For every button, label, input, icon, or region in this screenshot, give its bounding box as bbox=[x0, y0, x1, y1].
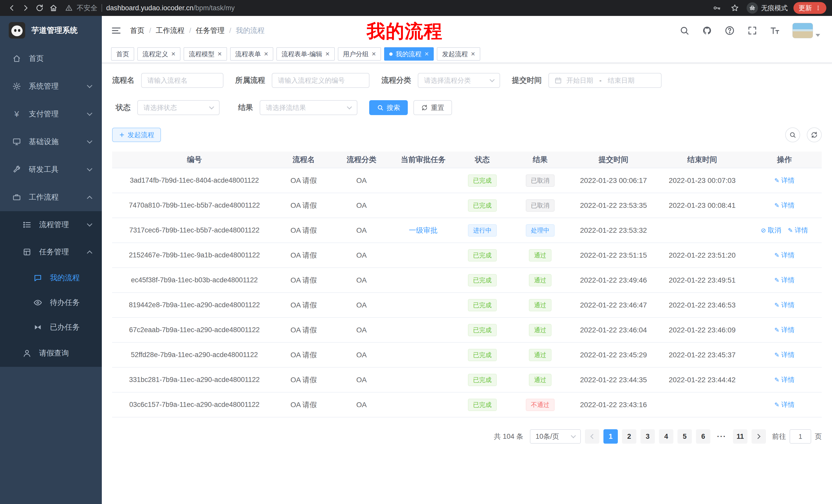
search-button[interactable]: 搜索 bbox=[369, 100, 408, 115]
detail-action-link[interactable]: ✎详情 bbox=[774, 301, 795, 310]
breadcrumb-workflow[interactable]: 工作流程 bbox=[156, 26, 185, 35]
tab-用户分组[interactable]: 用户分组 × bbox=[338, 47, 381, 61]
tab-流程定义[interactable]: 流程定义 × bbox=[137, 47, 181, 61]
fullscreen-icon[interactable] bbox=[747, 25, 757, 36]
close-icon[interactable]: × bbox=[217, 50, 222, 58]
create-process-button[interactable]: 发起流程 bbox=[112, 128, 161, 142]
tab-发起流程[interactable]: 发起流程 × bbox=[437, 47, 480, 61]
page-button-5[interactable]: 5 bbox=[677, 429, 692, 444]
process-category: OA bbox=[331, 268, 392, 292]
detail-action-link[interactable]: ✎详情 bbox=[774, 400, 795, 409]
next-page-button[interactable] bbox=[752, 429, 766, 444]
incognito-label: 无痕模式 bbox=[761, 4, 788, 12]
page-button-11[interactable]: 11 bbox=[733, 429, 747, 444]
sidebar-item-label: 首页 bbox=[29, 53, 44, 64]
detail-action-link[interactable]: ✎详情 bbox=[774, 201, 795, 210]
reload-icon[interactable] bbox=[33, 2, 46, 14]
submit-time: 2022-01-23 00:06:17 bbox=[570, 168, 657, 193]
page-size-select[interactable]: 10条/页 bbox=[530, 429, 581, 444]
sidebar-item-devtools[interactable]: 研发工具 bbox=[0, 156, 102, 184]
sidebar-item-infrastructure[interactable]: 基础设施 bbox=[0, 128, 102, 156]
update-button[interactable]: 更新 bbox=[794, 2, 826, 14]
sidebar-item-home[interactable]: 首页 bbox=[0, 45, 102, 73]
tab-首页[interactable]: 首页 bbox=[111, 47, 134, 61]
tab-我的流程[interactable]: 我的流程 × bbox=[384, 47, 434, 61]
end-time: 2022-01-22 23:49:51 bbox=[657, 268, 747, 292]
page-button-6[interactable]: 6 bbox=[696, 429, 710, 444]
help-icon[interactable] bbox=[725, 25, 735, 36]
sidebar-item-leave-query[interactable]: 请假查询 bbox=[0, 340, 102, 367]
sidebar-item-done-tasks[interactable]: 已办任务 bbox=[0, 315, 102, 340]
tab-流程模型[interactable]: 流程模型 × bbox=[184, 47, 227, 61]
page-button-1[interactable]: 1 bbox=[603, 429, 618, 444]
sidebar-toggle-icon[interactable] bbox=[111, 25, 121, 36]
sidebar-item-label: 工作流程 bbox=[29, 192, 59, 202]
result-badge: 已取消 bbox=[526, 199, 554, 212]
home-icon[interactable] bbox=[47, 2, 60, 14]
submit-time-range-picker[interactable]: 开始日期 - 结束日期 bbox=[548, 73, 661, 88]
sidebar-item-todo-tasks[interactable]: 待办任务 bbox=[0, 290, 102, 315]
process-name-input-wrap bbox=[141, 73, 224, 88]
detail-action-link[interactable]: ✎详情 bbox=[774, 276, 795, 285]
search-icon[interactable] bbox=[679, 25, 690, 36]
incognito-badge: 无痕模式 bbox=[747, 2, 788, 13]
close-icon[interactable]: × bbox=[171, 50, 175, 58]
page-ellipsis[interactable]: ··· bbox=[714, 429, 729, 444]
page-button-4[interactable]: 4 bbox=[659, 429, 673, 444]
forward-icon[interactable] bbox=[20, 2, 32, 14]
result-select[interactable]: 请选择流结果 bbox=[260, 100, 357, 115]
reset-button[interactable]: 重置 bbox=[413, 100, 452, 115]
breadcrumb-task[interactable]: 任务管理 bbox=[196, 26, 225, 35]
sidebar-item-workflow[interactable]: 工作流程 bbox=[0, 184, 102, 211]
page-button-2[interactable]: 2 bbox=[622, 429, 636, 444]
detail-action-link[interactable]: ✎详情 bbox=[774, 251, 795, 260]
tab-流程表单-编辑[interactable]: 流程表单-编辑 × bbox=[277, 47, 335, 61]
detail-action-link[interactable]: ✎详情 bbox=[774, 326, 795, 334]
goto-page-input[interactable] bbox=[789, 429, 811, 444]
cancel-action-link[interactable]: ⊘取消 bbox=[761, 226, 781, 235]
process-name: OA 请假 bbox=[277, 168, 331, 193]
edit-icon: ✎ bbox=[774, 376, 779, 384]
close-icon[interactable]: × bbox=[471, 50, 475, 58]
detail-action-link[interactable]: ✎详情 bbox=[788, 226, 808, 235]
sidebar-item-my-process[interactable]: 我的流程 bbox=[0, 265, 102, 290]
detail-action-link[interactable]: ✎详情 bbox=[774, 351, 795, 359]
detail-action-link[interactable]: ✎详情 bbox=[774, 176, 795, 185]
back-icon[interactable] bbox=[6, 2, 18, 14]
key-icon[interactable] bbox=[711, 2, 723, 14]
sidebar-item-task-management[interactable]: 任务管理 bbox=[0, 239, 102, 265]
user-menu[interactable] bbox=[792, 23, 820, 38]
breadcrumb-home[interactable]: 首页 bbox=[130, 26, 145, 35]
end-time: 2022-01-22 23:46:09 bbox=[657, 317, 747, 342]
sidebar-item-system[interactable]: 系统管理 bbox=[0, 73, 102, 100]
close-icon[interactable]: × bbox=[372, 50, 376, 58]
edit-icon: ✎ bbox=[774, 277, 779, 284]
annotation-text: 我的流程 bbox=[367, 19, 443, 44]
process-name-input[interactable] bbox=[147, 77, 217, 85]
close-icon[interactable]: × bbox=[325, 50, 329, 58]
table-row: 3ad174fb-7b9d-11ec-8404-acde48001122 OA … bbox=[112, 168, 822, 193]
tab-label: 流程模型 bbox=[189, 50, 214, 58]
yen-icon: ¥ bbox=[12, 109, 22, 119]
status-select[interactable]: 请选择状态 bbox=[137, 100, 219, 115]
current-task-link[interactable]: 一级审批 bbox=[409, 226, 438, 234]
close-icon[interactable]: × bbox=[424, 50, 428, 58]
process-id: 331bc281-7b9a-11ec-a290-acde48001122 bbox=[112, 367, 277, 392]
tab-流程表单[interactable]: 流程表单 × bbox=[230, 47, 273, 61]
sidebar-item-payment[interactable]: ¥ 支付管理 bbox=[0, 100, 102, 128]
prev-page-button[interactable] bbox=[585, 429, 599, 444]
close-icon[interactable]: × bbox=[264, 50, 268, 58]
app-logo[interactable]: 芋道管理系统 bbox=[0, 16, 102, 45]
toggle-search-button[interactable] bbox=[785, 128, 800, 142]
font-size-icon[interactable] bbox=[770, 25, 780, 36]
detail-action-link[interactable]: ✎详情 bbox=[774, 375, 795, 384]
category-select[interactable]: 请选择流程分类 bbox=[418, 73, 500, 88]
refresh-table-button[interactable] bbox=[807, 128, 822, 142]
process-def-input[interactable] bbox=[278, 77, 363, 85]
github-icon[interactable] bbox=[702, 25, 712, 36]
address-bar[interactable]: 不安全 dashboard.yudao.iocoder.cn/bpm/task/… bbox=[65, 3, 704, 12]
page-button-3[interactable]: 3 bbox=[641, 429, 655, 444]
sidebar-item-process-management[interactable]: 流程管理 bbox=[0, 211, 102, 239]
sidebar-item-label: 我的流程 bbox=[50, 273, 80, 283]
bookmark-star-icon[interactable] bbox=[729, 2, 741, 14]
